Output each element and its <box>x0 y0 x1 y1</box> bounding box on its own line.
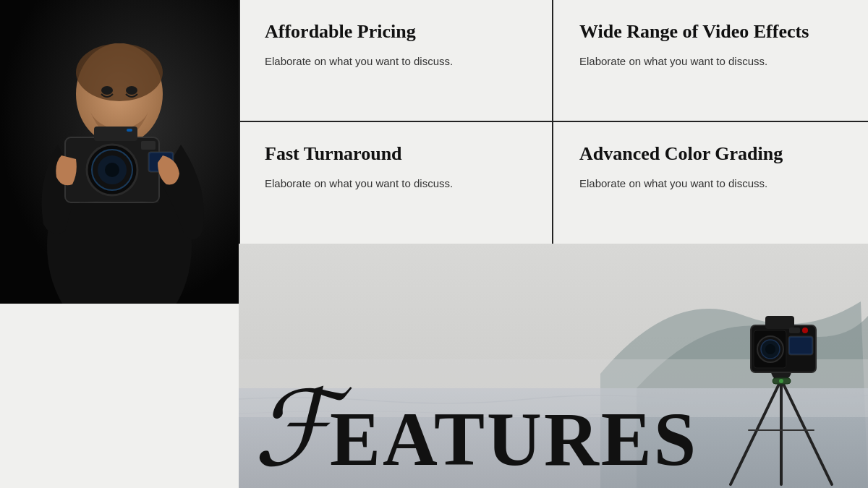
features-text-eatures: EATURES <box>330 401 698 477</box>
svg-rect-34 <box>789 328 800 333</box>
feature-cell-2: Wide Range of Video Effects Elaborate on… <box>553 0 868 122</box>
feature-desc-4: Elaborate on what you want to discuss. <box>579 175 842 192</box>
svg-rect-27 <box>765 316 794 329</box>
feature-title-1: Affordable Pricing <box>265 20 526 43</box>
svg-line-21 <box>731 380 781 484</box>
svg-point-31 <box>765 344 775 354</box>
svg-point-37 <box>779 379 783 383</box>
svg-point-13 <box>105 163 119 177</box>
feature-desc-2: Elaborate on what you want to discuss. <box>579 53 842 70</box>
camera-person-image <box>0 0 239 304</box>
features-script-f: ℱ <box>253 385 336 474</box>
feature-title-4: Advanced Color Grading <box>579 142 842 165</box>
features-section-label: ℱ EATURES <box>253 385 698 477</box>
bottom-left-area <box>0 304 239 488</box>
feature-desc-3: Elaborate on what you want to discuss. <box>265 175 526 192</box>
svg-rect-33 <box>790 338 812 354</box>
features-grid-top: Affordable Pricing Elaborate on what you… <box>239 0 868 244</box>
feature-desc-1: Elaborate on what you want to discuss. <box>265 53 526 70</box>
feature-cell-4: Advanced Color Grading Elaborate on what… <box>553 122 868 244</box>
svg-point-5 <box>101 86 113 95</box>
feature-title-2: Wide Range of Video Effects <box>579 20 842 43</box>
feature-cell-1: Affordable Pricing Elaborate on what you… <box>239 0 553 122</box>
svg-line-23 <box>781 380 832 484</box>
feature-title-3: Fast Turnaround <box>265 142 526 165</box>
svg-rect-14 <box>141 141 156 150</box>
svg-rect-17 <box>127 129 132 132</box>
svg-point-6 <box>126 86 137 95</box>
svg-point-4 <box>76 43 163 101</box>
bottom-right-area: ℱ EATURES <box>239 244 868 488</box>
feature-cell-3: Fast Turnaround Elaborate on what you wa… <box>239 122 553 244</box>
svg-point-35 <box>802 328 808 333</box>
